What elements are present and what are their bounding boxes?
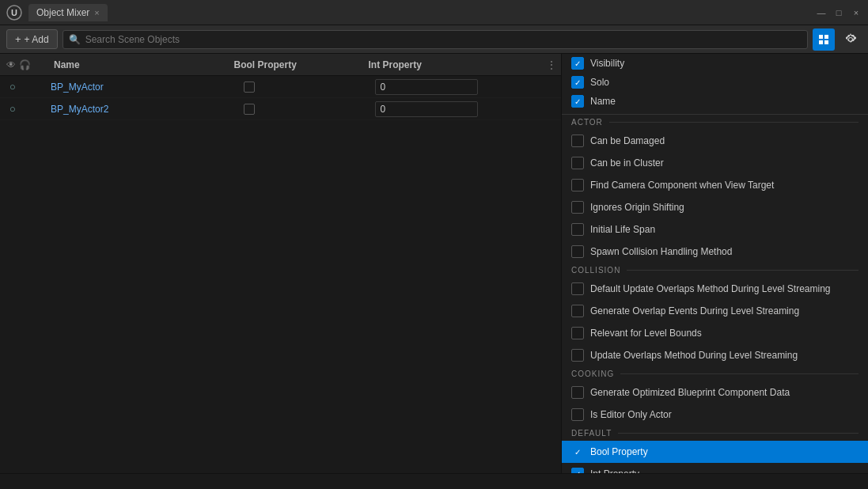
filter-mode-btn[interactable]: [813, 28, 835, 51]
group-header-collision: COLLISION: [562, 263, 868, 278]
prop-checkbox-name[interactable]: [571, 95, 584, 108]
row-int-cell: [372, 79, 562, 95]
add-label: + Add: [25, 34, 49, 45]
row-int-cell: [372, 101, 562, 117]
int-column-header: Int Property: [362, 59, 543, 70]
prop-item-relevant-level[interactable]: Relevant for Level Bounds: [562, 322, 868, 344]
prop-label-initial-life: Initial Life Span: [590, 224, 655, 235]
table-row[interactable]: ○ BP_MyActor2: [0, 98, 561, 120]
prop-label-visibility: Visibility: [590, 58, 624, 69]
row-icon-cell: ○: [0, 81, 47, 93]
int-input[interactable]: [375, 101, 478, 117]
prop-checkbox-bool-property[interactable]: [571, 445, 584, 458]
prop-checkbox-solo[interactable]: [571, 76, 584, 89]
search-icon: 🔍: [69, 34, 81, 45]
prop-checkbox-default-update[interactable]: [571, 282, 584, 295]
actor-icon: ○: [6, 103, 19, 116]
prop-item-spawn-collision[interactable]: Spawn Collision Handling Method: [562, 241, 868, 263]
row-icon-cell: ○: [0, 103, 47, 116]
prop-item-update-overlaps[interactable]: Update Overlaps Method During Level Stre…: [562, 344, 868, 366]
prop-label-generate-optimized: Generate Optimized Blueprint Component D…: [590, 387, 790, 398]
settings-btn[interactable]: [840, 28, 862, 51]
prop-label-generate-overlap: Generate Overlap Events During Level Str…: [590, 305, 799, 317]
eye-icon[interactable]: 👁: [6, 59, 16, 70]
prop-label-spawn-collision: Spawn Collision Handling Method: [590, 246, 732, 257]
prop-item-int-property[interactable]: Int Property: [562, 463, 868, 473]
prop-checkbox-find-camera[interactable]: [571, 179, 584, 191]
row-bool-cell: [237, 82, 372, 93]
actor-link[interactable]: BP_MyActor2: [51, 104, 108, 115]
prop-checkbox-is-editor-only[interactable]: [571, 408, 584, 421]
prop-checkbox-spawn-collision[interactable]: [571, 245, 584, 258]
actor-link[interactable]: BP_MyActor: [51, 82, 104, 93]
prop-label-update-overlaps: Update Overlaps Method During Level Stre…: [590, 350, 798, 361]
prop-item-can-be-damaged[interactable]: Can be Damaged: [562, 130, 868, 152]
object-list: ○ BP_MyActor ○ BP_MyActor2: [0, 76, 561, 473]
prop-item-can-be-in-cluster[interactable]: Can be in Cluster: [562, 152, 868, 174]
app-logo: U: [6, 5, 22, 21]
prop-item-default-update[interactable]: Default Update Overlaps Method During Le…: [562, 278, 868, 300]
svg-text:U: U: [11, 8, 17, 17]
prop-label-relevant-level: Relevant for Level Bounds: [590, 328, 702, 339]
name-column-header: Name: [47, 59, 228, 70]
more-columns-btn[interactable]: ⋮: [542, 59, 561, 70]
svg-rect-3: [824, 35, 828, 39]
row-name-cell: BP_MyActor: [47, 82, 237, 93]
prop-label-solo: Solo: [590, 77, 609, 88]
prop-label-find-camera: Find Camera Component when View Target: [590, 180, 774, 191]
prop-label-bool-property: Bool Property: [590, 446, 648, 457]
table-row[interactable]: ○ BP_MyActor: [0, 76, 561, 98]
title-bar: U Object Mixer × — □ ×: [0, 0, 868, 25]
main-area: 👁 🎧 Name Bool Property Int Property ⋮ ○ …: [0, 54, 868, 473]
tab-close-btn[interactable]: ×: [94, 8, 99, 17]
prop-item-bool-property[interactable]: Bool Property: [562, 441, 868, 463]
toolbar: + + Add 🔍: [0, 25, 868, 54]
prop-checkbox-int-property[interactable]: [571, 468, 584, 473]
close-btn[interactable]: ×: [851, 7, 862, 18]
prop-checkbox-initial-life[interactable]: [571, 223, 584, 236]
prop-item-generate-overlap[interactable]: Generate Overlap Events During Level Str…: [562, 300, 868, 322]
prop-label-is-editor-only: Is Editor Only Actor: [590, 409, 672, 420]
bool-checkbox[interactable]: [244, 104, 255, 115]
int-input[interactable]: [375, 79, 478, 95]
object-panel: 👁 🎧 Name Bool Property Int Property ⋮ ○ …: [0, 54, 562, 473]
prop-item-initial-life[interactable]: Initial Life Span: [562, 218, 868, 241]
prop-label-name: Name: [590, 96, 616, 107]
row-name-cell: BP_MyActor2: [47, 104, 237, 115]
prop-label-can-be-damaged: Can be Damaged: [590, 135, 665, 146]
prop-item-generate-optimized[interactable]: Generate Optimized Blueprint Component D…: [562, 381, 868, 404]
prop-checkbox-generate-optimized[interactable]: [571, 386, 584, 399]
prop-item-is-editor-only[interactable]: Is Editor Only Actor: [562, 404, 868, 426]
search-input[interactable]: [63, 30, 808, 49]
prop-label-ignores-origin: Ignores Origin Shifting: [590, 202, 684, 213]
top-properties: Visibility Solo Name: [562, 54, 868, 115]
top-prop-visibility[interactable]: Visibility: [562, 54, 868, 73]
prop-checkbox-visibility[interactable]: [571, 57, 584, 70]
actions-header: 👁 🎧: [0, 59, 47, 70]
bool-checkbox[interactable]: [244, 82, 255, 93]
maximize-btn[interactable]: □: [833, 7, 844, 18]
column-headers: 👁 🎧 Name Bool Property Int Property ⋮: [0, 54, 561, 76]
top-prop-solo[interactable]: Solo: [562, 73, 868, 92]
add-button[interactable]: + + Add: [6, 29, 58, 49]
prop-item-ignores-origin[interactable]: Ignores Origin Shifting: [562, 196, 868, 218]
headphones-icon[interactable]: 🎧: [19, 59, 31, 70]
prop-checkbox-ignores-origin[interactable]: [571, 201, 584, 214]
bottom-bar: [0, 473, 868, 489]
prop-checkbox-relevant-level[interactable]: [571, 327, 584, 339]
minimize-btn[interactable]: —: [816, 7, 827, 18]
window-controls: — □ ×: [816, 7, 862, 18]
prop-checkbox-can-be-damaged[interactable]: [571, 135, 584, 147]
window-tab[interactable]: Object Mixer ×: [28, 4, 108, 21]
prop-checkbox-update-overlaps[interactable]: [571, 349, 584, 362]
top-prop-name[interactable]: Name: [562, 92, 868, 111]
prop-checkbox-generate-overlap[interactable]: [571, 305, 584, 317]
prop-checkbox-can-be-in-cluster[interactable]: [571, 157, 584, 169]
prop-label-can-be-in-cluster: Can be in Cluster: [590, 157, 664, 169]
group-header-actor: ACTOR: [562, 115, 868, 130]
prop-label-default-update: Default Update Overlaps Method During Le…: [590, 283, 831, 294]
group-header-default: DEFAULT: [562, 426, 868, 441]
group-header-cooking: COOKING: [562, 366, 868, 381]
prop-item-find-camera[interactable]: Find Camera Component when View Target: [562, 174, 868, 196]
actor-icon: ○: [6, 81, 19, 93]
